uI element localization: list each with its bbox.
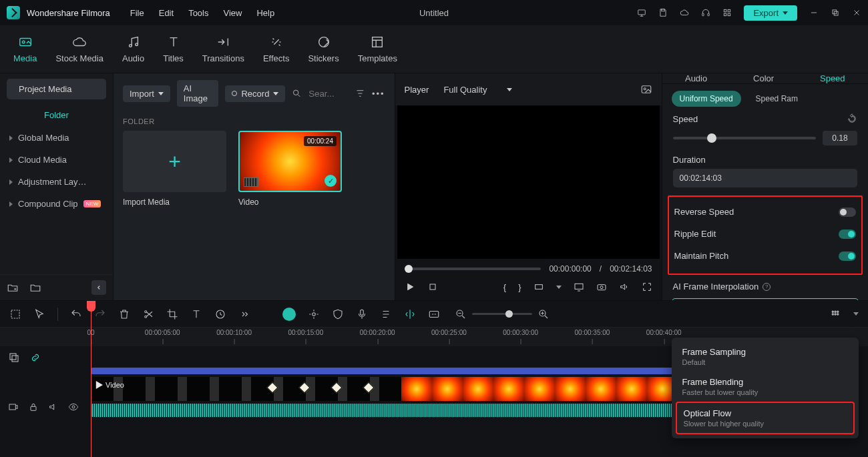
import-button[interactable]: Import [123, 85, 170, 102]
sidebar-item-compound-clip[interactable]: Compound ClipNEW [0, 193, 113, 215]
speed-icon[interactable] [214, 308, 226, 320]
duplicate-icon[interactable] [8, 352, 20, 364]
folder-icon[interactable] [29, 282, 41, 294]
caption-icon[interactable] [428, 308, 440, 320]
export-button[interactable]: Export [744, 5, 797, 21]
text-icon[interactable] [190, 308, 202, 320]
tab-stock-media[interactable]: Stock Media [55, 35, 103, 63]
monitor-icon[interactable] [637, 8, 646, 17]
close-icon[interactable] [852, 8, 861, 17]
undo-icon[interactable] [70, 308, 82, 320]
help-icon[interactable]: ? [763, 283, 771, 291]
folder-tab[interactable]: Folder [0, 105, 113, 127]
scrub-handle[interactable] [405, 265, 413, 273]
option-frame-sampling[interactable]: Frame Sampling Default [676, 342, 855, 372]
search-input[interactable] [308, 89, 349, 99]
visibility-icon[interactable] [68, 401, 79, 413]
playhead[interactable] [91, 301, 91, 457]
subtab-uniform-speed[interactable]: Uniform Speed [672, 91, 741, 107]
camera-icon[interactable] [596, 282, 607, 292]
keyframe-icon[interactable] [331, 382, 343, 394]
subtab-speed-ramp[interactable]: Speed Ram [748, 91, 806, 107]
slider-thumb[interactable] [707, 133, 716, 143]
more-icon[interactable]: ••• [372, 89, 385, 99]
import-media-tile[interactable]: + [123, 131, 226, 192]
chevron-down-icon[interactable] [556, 286, 562, 289]
tab-transitions[interactable]: Transitions [202, 35, 244, 63]
shield-icon[interactable] [332, 308, 344, 320]
option-optical-flow[interactable]: Optical Flow Slower but higher quality [676, 402, 855, 434]
list-icon[interactable] [380, 308, 392, 320]
video-clip-thumbnail[interactable]: 00:00:24 ✓ [238, 131, 342, 192]
collapse-sidebar-button[interactable] [91, 280, 106, 295]
redo-icon[interactable] [94, 308, 106, 320]
menu-view[interactable]: View [223, 8, 242, 18]
delete-icon[interactable] [118, 308, 130, 320]
sparkle-icon[interactable] [308, 308, 320, 320]
zoom-in-icon[interactable] [537, 308, 550, 320]
menu-file[interactable]: File [130, 8, 144, 18]
reverse-speed-toggle[interactable] [839, 207, 856, 217]
track-header-bar[interactable] [91, 368, 688, 374]
display-icon[interactable] [574, 282, 584, 292]
crop-icon[interactable] [166, 308, 178, 320]
sidebar-item-cloud-media[interactable]: Cloud Media [0, 149, 113, 171]
quality-select[interactable]: Full Quality [438, 82, 517, 97]
pointer-tool-icon[interactable] [33, 308, 45, 320]
ai-face-icon[interactable] [282, 308, 296, 321]
cloud-icon[interactable] [680, 8, 689, 17]
zoom-out-icon[interactable] [455, 308, 467, 320]
track-video-icon[interactable] [8, 401, 19, 413]
tab-templates[interactable]: Templates [358, 35, 397, 63]
tab-media[interactable]: Media [13, 35, 37, 63]
ripple-edit-toggle[interactable] [839, 230, 856, 239]
keyframe-icon[interactable] [299, 382, 310, 394]
stop-icon[interactable] [427, 282, 438, 292]
lock-icon[interactable] [28, 401, 39, 413]
tab-titles[interactable]: Titles [163, 35, 184, 63]
filter-icon[interactable] [355, 87, 365, 99]
more-tools-icon[interactable] [238, 308, 250, 320]
tab-effects[interactable]: Effects [263, 35, 290, 63]
save-icon[interactable] [658, 8, 668, 17]
project-media-button[interactable]: Project Media [7, 79, 106, 99]
audio-track-clip[interactable] [91, 404, 688, 417]
keyframe-icon[interactable] [267, 382, 278, 394]
sidebar-item-global-media[interactable]: Global Media [0, 127, 113, 149]
mark-in-icon[interactable]: { [503, 282, 506, 292]
headphones-icon[interactable] [701, 8, 710, 17]
chevron-down-icon[interactable] [853, 312, 859, 316]
link-icon[interactable] [29, 352, 41, 364]
speed-value[interactable]: 0.18 [823, 131, 857, 145]
marker-icon[interactable] [404, 308, 416, 320]
rtab-audio[interactable]: Audio [685, 73, 707, 83]
preview-canvas[interactable] [397, 105, 660, 259]
tab-stickers[interactable]: Stickers [308, 35, 339, 63]
volume-icon[interactable] [619, 282, 630, 292]
snapshot-icon[interactable] [640, 83, 652, 95]
mark-out-icon[interactable]: } [518, 282, 521, 292]
mute-icon[interactable] [48, 401, 59, 413]
mic-icon[interactable] [356, 308, 368, 320]
play-icon[interactable] [405, 282, 415, 292]
option-frame-blending[interactable]: Frame Blending Faster but lower quality [676, 372, 855, 402]
record-button[interactable]: Record [225, 85, 285, 102]
video-track-clip[interactable]: Video [91, 377, 688, 401]
zoom-thumb[interactable] [505, 310, 513, 318]
menu-edit[interactable]: Edit [159, 8, 174, 18]
keyframe-icon[interactable] [363, 382, 375, 394]
rtab-speed[interactable]: Speed [820, 73, 845, 83]
cut-icon[interactable] [142, 308, 154, 320]
speed-slider[interactable] [673, 137, 816, 139]
menu-tools[interactable]: Tools [188, 8, 208, 18]
apps-icon[interactable] [722, 8, 732, 17]
preview-scrubber[interactable] [405, 268, 541, 270]
new-folder-icon[interactable] [7, 282, 19, 294]
maximize-icon[interactable] [831, 8, 840, 17]
ratio-icon[interactable] [533, 282, 544, 292]
tab-audio[interactable]: Audio [122, 35, 144, 63]
reset-icon[interactable] [847, 113, 857, 124]
sidebar-item-adjustment-layer[interactable]: Adjustment Lay… [0, 171, 113, 193]
duration-input[interactable]: 00:02:14:03 [673, 169, 857, 187]
rtab-color[interactable]: Color [753, 73, 774, 83]
